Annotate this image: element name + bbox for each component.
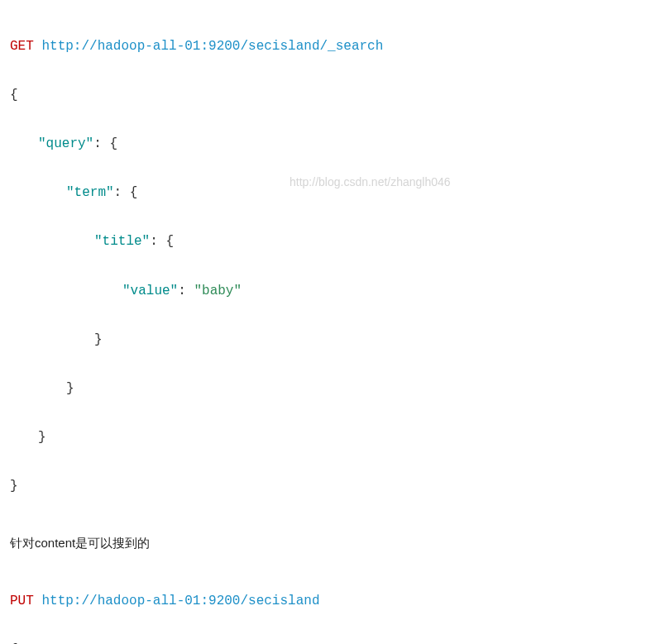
request-url-2: http://hadoop-all-01:9200/secisland xyxy=(41,594,319,608)
key-query: "query" xyxy=(38,136,93,151)
description-text: 针对content是可以搜到的 xyxy=(10,533,660,553)
http-method-get: GET xyxy=(10,39,34,54)
value-baby: "baby" xyxy=(194,284,242,298)
key-title: "title" xyxy=(94,234,150,249)
brace-open: { xyxy=(10,88,18,103)
key-value: "value" xyxy=(122,284,178,298)
code-block-put: PUT http://hadoop-all-01:9200/secisland … xyxy=(10,565,660,644)
brace-close: } xyxy=(10,479,18,494)
key-term: "term" xyxy=(66,185,114,200)
http-method-put: PUT xyxy=(10,594,34,608)
brace-close: } xyxy=(66,381,74,396)
brace-close: } xyxy=(38,430,46,445)
request-url-1: http://hadoop-all-01:9200/secisland/_sea… xyxy=(41,39,383,54)
code-block-get: GET http://hadoop-all-01:9200/secisland/… xyxy=(10,10,660,523)
brace-close: } xyxy=(94,332,103,347)
